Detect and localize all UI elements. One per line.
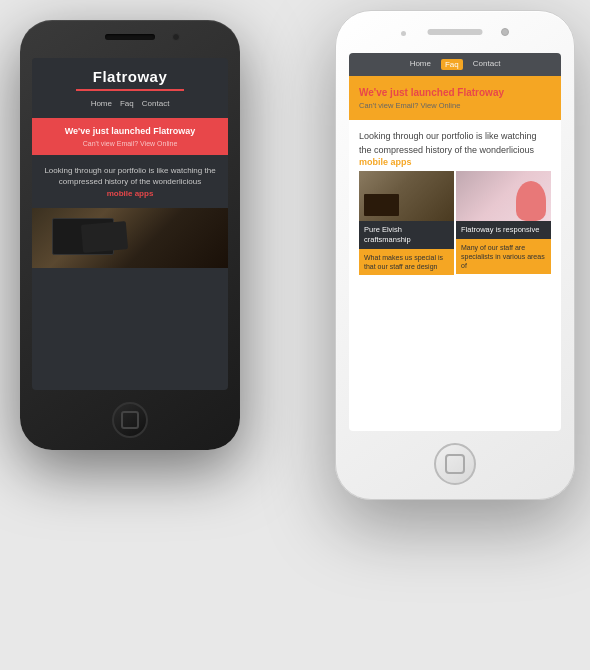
speaker-black — [105, 34, 155, 40]
screen-black: Flatroway Home Faq Contact We've just la… — [32, 58, 228, 390]
white-nav-home[interactable]: Home — [410, 59, 431, 70]
grid-desc-1: What makes us special is that our staff … — [359, 249, 454, 275]
grid-item-1: Pure Elvish craftsmanship What makes us … — [359, 171, 454, 275]
white-body: Looking through our portfolio is like wa… — [349, 120, 561, 285]
white-grid: Pure Elvish craftsmanship What makes us … — [359, 171, 551, 275]
white-nav-faq[interactable]: Faq — [441, 59, 463, 70]
black-hero: We've just launched Flatroway Can't view… — [32, 118, 228, 155]
grid-label-2: Flatroway is responsive — [456, 221, 551, 239]
phone-white: Home Faq Contact We've just launched Fla… — [335, 10, 575, 500]
black-hero-title: We've just launched Flatroway — [40, 126, 220, 138]
white-hero-brand: Flatroway — [457, 87, 504, 98]
white-nav: Home Faq Contact — [349, 53, 561, 76]
black-hero-sub[interactable]: Can't view Email? View Online — [40, 140, 220, 147]
scene: Flatroway Home Faq Contact We've just la… — [0, 0, 590, 670]
white-nav-contact[interactable]: Contact — [473, 59, 501, 70]
black-mobile-highlight[interactable]: mobile apps — [40, 189, 220, 198]
white-hero-title-start: We've just launched — [359, 87, 457, 98]
black-nav-home[interactable]: Home — [91, 99, 112, 108]
black-nav: Home Faq Contact — [40, 95, 220, 112]
black-body-text: Looking through our portfolio is like wa… — [40, 165, 220, 187]
white-hero-title: We've just launched Flatroway — [359, 86, 551, 99]
black-nav-faq[interactable]: Faq — [120, 99, 134, 108]
dot-white — [401, 31, 406, 36]
black-header: Flatroway Home Faq Contact — [32, 58, 228, 118]
grid-desc-2: Many of our staff are specialists in var… — [456, 239, 551, 274]
grid-label-1: Pure Elvish craftsmanship — [359, 221, 454, 249]
phone-black: Flatroway Home Faq Contact We've just la… — [20, 20, 240, 450]
white-hero: We've just launched Flatroway Can't view… — [349, 76, 561, 120]
grid-img-2 — [456, 171, 551, 221]
black-divider — [76, 89, 184, 91]
home-button-black[interactable] — [112, 402, 148, 438]
white-body-text: Looking through our portfolio is like wa… — [359, 130, 551, 157]
camera-black — [172, 33, 180, 41]
home-button-white[interactable] — [434, 443, 476, 485]
black-logo: Flatroway — [40, 68, 220, 85]
grid-item-2: Flatroway is responsive Many of our staf… — [456, 171, 551, 275]
black-body: Looking through our portfolio is like wa… — [32, 155, 228, 208]
white-mobile-highlight[interactable]: mobile apps — [359, 157, 551, 167]
black-nav-contact[interactable]: Contact — [142, 99, 170, 108]
grid-img-1 — [359, 171, 454, 221]
black-image — [32, 208, 228, 268]
white-hero-sub[interactable]: Can't view Email? View Online — [359, 101, 551, 110]
speaker-white — [428, 29, 483, 35]
screen-white: Home Faq Contact We've just launched Fla… — [349, 53, 561, 431]
camera-white — [501, 28, 509, 36]
